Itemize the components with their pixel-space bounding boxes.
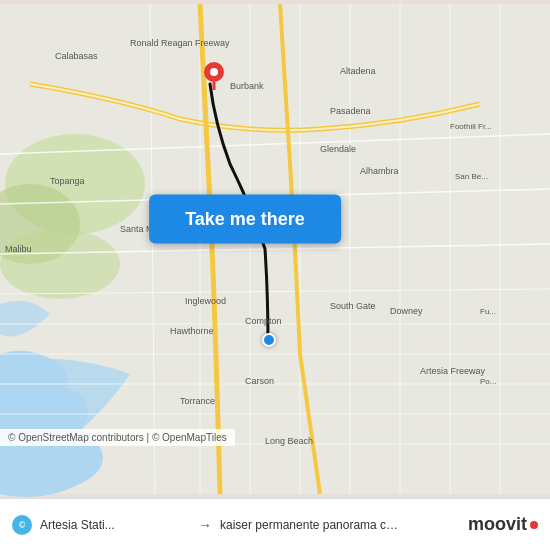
station-from-label: Artesia Stati...: [40, 518, 190, 532]
svg-text:Topanga: Topanga: [50, 176, 85, 186]
attribution-bar: © OpenStreetMap contributors | © OpenMap…: [0, 429, 235, 446]
take-me-there-button[interactable]: Take me there: [149, 195, 341, 244]
moovit-text: moovit: [468, 514, 527, 535]
svg-text:Po...: Po...: [480, 377, 496, 386]
attribution-text: © OpenStreetMap contributors | © OpenMap…: [8, 432, 227, 443]
svg-text:Malibu: Malibu: [5, 244, 32, 254]
svg-text:Pasadena: Pasadena: [330, 106, 371, 116]
svg-text:Glendale: Glendale: [320, 144, 356, 154]
svg-text:Torrance: Torrance: [180, 396, 215, 406]
destination-pin: [204, 62, 224, 94]
map-container: Calabasas Ronald Reagan Freeway Topanga …: [0, 0, 550, 498]
svg-point-45: [210, 68, 218, 76]
svg-text:Long Beach: Long Beach: [265, 436, 313, 446]
route-arrow-icon: →: [198, 517, 212, 533]
svg-text:Altadena: Altadena: [340, 66, 376, 76]
svg-text:Alhambra: Alhambra: [360, 166, 399, 176]
osm-logo: ©: [12, 515, 32, 535]
app: Calabasas Ronald Reagan Freeway Topanga …: [0, 0, 550, 550]
svg-text:Downey: Downey: [390, 306, 423, 316]
svg-point-3: [0, 229, 120, 299]
moovit-dot: [530, 521, 538, 529]
map-svg: Calabasas Ronald Reagan Freeway Topanga …: [0, 0, 550, 498]
svg-text:Calabasas: Calabasas: [55, 51, 98, 61]
svg-text:Carson: Carson: [245, 376, 274, 386]
station-to-label: kaiser permanente panorama city b...: [220, 518, 400, 532]
bottom-bar: © Artesia Stati... → kaiser permanente p…: [0, 498, 550, 550]
svg-text:South Gate: South Gate: [330, 301, 376, 311]
svg-text:Burbank: Burbank: [230, 81, 264, 91]
svg-text:San Be...: San Be...: [455, 172, 488, 181]
svg-text:Hawthorne: Hawthorne: [170, 326, 214, 336]
current-location-dot: [262, 333, 276, 347]
svg-text:Ronald Reagan Freeway: Ronald Reagan Freeway: [130, 38, 230, 48]
svg-text:Fu...: Fu...: [480, 307, 496, 316]
moovit-logo: moovit: [468, 514, 538, 535]
svg-text:Artesia Freeway: Artesia Freeway: [420, 366, 486, 376]
svg-text:Compton: Compton: [245, 316, 282, 326]
svg-text:Foothill Fr...: Foothill Fr...: [450, 122, 492, 131]
svg-text:Inglewood: Inglewood: [185, 296, 226, 306]
